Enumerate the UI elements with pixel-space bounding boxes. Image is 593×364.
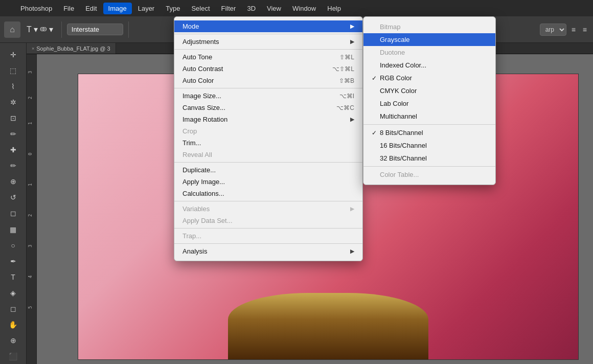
svg-text:1: 1: [28, 184, 33, 186]
menu-item-help[interactable]: Help: [322, 3, 346, 14]
type-dropdown-arrow: ▾: [34, 25, 38, 34]
menu-bar: Photoshop File Edit Image Layer Type Sel…: [0, 0, 593, 16]
heal-tool[interactable]: ✚: [4, 143, 22, 157]
type-size-icon: ↂ: [40, 26, 47, 33]
toolbar-divider-1: [61, 21, 62, 38]
font-family-input[interactable]: [67, 24, 123, 35]
menu-item-edit[interactable]: Edit: [80, 3, 102, 14]
canvas-image: [78, 74, 579, 360]
dog-silhouette: [228, 293, 428, 359]
menu-item-layer[interactable]: Layer: [133, 3, 160, 14]
menu-item-3d[interactable]: 3D: [242, 3, 261, 14]
svg-text:2: 2: [28, 97, 33, 99]
tools-sidebar: ✛ ⬚ ⌇ ✲ ⊡ ✏ ✚ ✏ ⊕ ↺ ◻ ▦ ○ ✒ T ◈ ◻ ✋ ⊕ ⬛: [0, 43, 27, 364]
menu-item-select[interactable]: Select: [186, 3, 215, 14]
menu-item-view[interactable]: View: [262, 3, 286, 14]
hand-tool[interactable]: ✋: [4, 317, 22, 332]
eyedropper-tool[interactable]: ✏: [4, 126, 22, 141]
anti-alias-select[interactable]: arp: [540, 24, 566, 36]
path-select-tool[interactable]: ◈: [4, 285, 22, 300]
magic-wand-tool[interactable]: ✲: [4, 95, 22, 109]
svg-text:5: 5: [28, 306, 33, 309]
crop-tool[interactable]: ⊡: [4, 110, 22, 125]
zoom-tool[interactable]: ⊕: [4, 333, 22, 348]
stamp-tool[interactable]: ⊕: [4, 174, 22, 189]
canvas-area: [37, 53, 593, 364]
document-tab[interactable]: × Sophie_Bubba_FLAT.jpg @ 3: [27, 43, 116, 54]
type-size-arrow: ▾: [49, 25, 53, 34]
shape-tool[interactable]: ◻: [4, 302, 22, 316]
align-right-icon[interactable]: ≡: [581, 24, 589, 36]
menu-item-image[interactable]: Image: [103, 3, 132, 14]
gradient-tool[interactable]: ▦: [4, 222, 22, 237]
type-tool-btn[interactable]: T ▾ ↂ ▾: [24, 22, 56, 36]
home-button[interactable]: ⌂: [4, 21, 20, 38]
lasso-tool[interactable]: ⌇: [4, 79, 22, 94]
svg-text:2: 2: [28, 214, 33, 217]
brush-tool[interactable]: ✏: [4, 158, 22, 173]
type-icon: T: [27, 25, 32, 34]
tab-close-btn[interactable]: ×: [32, 46, 34, 51]
eraser-tool[interactable]: ◻: [4, 206, 22, 221]
menu-item-file[interactable]: File: [58, 3, 79, 14]
align-left-icon[interactable]: ≡: [569, 24, 578, 36]
tab-bar: × Sophie_Bubba_FLAT.jpg @ 3: [27, 43, 593, 54]
foreground-color[interactable]: ⬛: [4, 349, 22, 364]
toolbar-divider-2: [128, 21, 129, 38]
svg-text:3: 3: [28, 71, 33, 74]
type-tool-sidebar[interactable]: T: [4, 269, 22, 284]
menu-item-type[interactable]: Type: [161, 3, 185, 14]
pen-tool[interactable]: ✒: [4, 254, 22, 268]
move-tool[interactable]: ✛: [4, 47, 22, 62]
ruler-vertical: 3 2 1 0 1 2 3 4 5: [27, 53, 37, 364]
menu-item-photoshop[interactable]: Photoshop: [15, 3, 57, 14]
svg-text:0: 0: [28, 153, 33, 155]
svg-text:4: 4: [28, 276, 33, 278]
svg-text:1: 1: [28, 122, 33, 125]
dodge-tool[interactable]: ○: [4, 238, 22, 253]
menu-item-window[interactable]: Window: [287, 3, 321, 14]
menu-item-filter[interactable]: Filter: [216, 3, 241, 14]
history-brush-tool[interactable]: ↺: [4, 190, 22, 205]
tab-filename: Sophie_Bubba_FLAT.jpg @ 3: [36, 46, 110, 52]
svg-text:3: 3: [28, 245, 33, 247]
toolbar-right: arp ≡ ≡: [540, 24, 589, 36]
toolbar: ⌂ T ▾ ↂ ▾ arp ≡ ≡: [0, 16, 593, 43]
marquee-tool[interactable]: ⬚: [4, 63, 22, 78]
